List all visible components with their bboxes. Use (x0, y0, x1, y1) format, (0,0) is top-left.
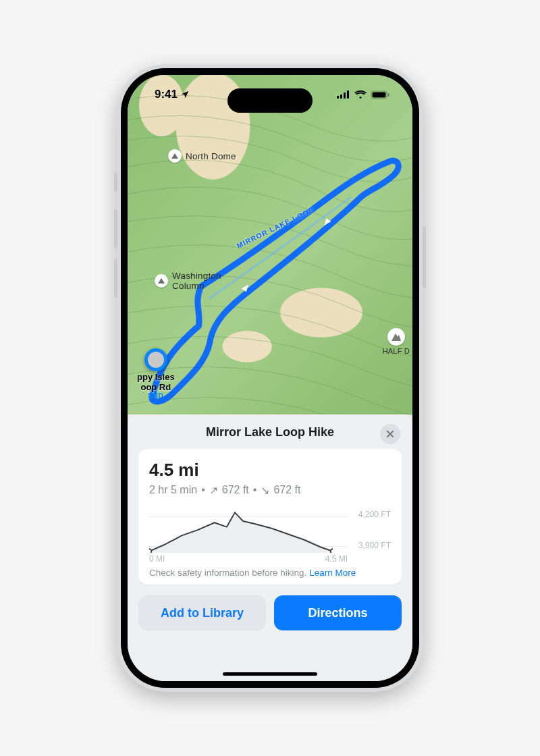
route-end-marker[interactable]: ppy Isles oop Rd END (137, 348, 175, 400)
svg-rect-1 (340, 94, 342, 99)
ascent-value: 672 ft (222, 484, 249, 496)
mute-switch[interactable] (114, 172, 117, 192)
dynamic-island (227, 88, 313, 113)
directions-button[interactable]: Directions (274, 595, 402, 630)
elev-x-start: 0 MI (149, 554, 165, 564)
status-time: 9:41 (155, 88, 178, 101)
elev-y-top: 4,200 FT (358, 510, 391, 519)
add-to-library-button[interactable]: Add to Library (138, 595, 266, 630)
descent-value: 672 ft (273, 484, 300, 496)
descent-icon: ↘ (261, 484, 269, 497)
battery-icon (371, 90, 389, 99)
mountain-icon (155, 274, 168, 288)
duration-value: 2 hr 5 min (149, 484, 197, 496)
svg-rect-5 (388, 93, 389, 97)
close-icon (385, 429, 395, 439)
svg-rect-3 (347, 90, 349, 99)
elev-x-end: 4.5 MI (325, 554, 348, 564)
screen: 9:41 (128, 75, 412, 681)
elev-y-bottom: 3,900 FT (358, 541, 391, 550)
phone-frame: 9:41 (117, 64, 423, 692)
mountain-icon (168, 149, 182, 163)
stats-card: 4.5 mi 2 hr 5 min • ↗ 672 ft • ↘ 672 ft … (138, 449, 402, 585)
volume-down-button[interactable] (114, 259, 117, 298)
sheet-title: Mirror Lake Loop Hike (206, 425, 334, 439)
bottom-sheet: Mirror Lake Loop Hike 4.5 mi 2 hr 5 min … (128, 414, 412, 681)
home-indicator[interactable] (223, 672, 317, 676)
safety-note: Check safety information before hiking. … (149, 568, 391, 578)
distance-value: 4.5 mi (149, 460, 391, 481)
elevation-profile-icon (149, 510, 333, 553)
mountain-icon (387, 328, 405, 346)
svg-rect-0 (337, 96, 339, 99)
elevation-chart[interactable]: 4,200 FT 3,900 FT 0 MI 4.5 MI (149, 506, 391, 564)
close-button[interactable] (380, 424, 400, 444)
wifi-icon (354, 90, 367, 99)
map-view[interactable]: MIRROR LAKE LOOP North Dome Washington C… (128, 75, 412, 414)
substats: 2 hr 5 min • ↗ 672 ft • ↘ 672 ft (149, 483, 391, 496)
volume-up-button[interactable] (114, 209, 117, 248)
poi-washington-column[interactable]: Washington Column (155, 271, 221, 291)
svg-point-7 (149, 549, 151, 553)
end-pin-icon (144, 348, 167, 371)
poi-half-dome[interactable]: HALF D (383, 328, 410, 355)
power-button[interactable] (423, 226, 426, 288)
location-icon (180, 90, 190, 99)
cellular-icon (337, 90, 350, 99)
svg-rect-6 (373, 92, 386, 97)
learn-more-link[interactable]: Learn More (309, 568, 356, 578)
poi-north-dome[interactable]: North Dome (168, 149, 236, 163)
ascent-icon: ↗ (209, 484, 218, 497)
svg-rect-2 (344, 92, 346, 99)
svg-point-8 (331, 549, 333, 553)
